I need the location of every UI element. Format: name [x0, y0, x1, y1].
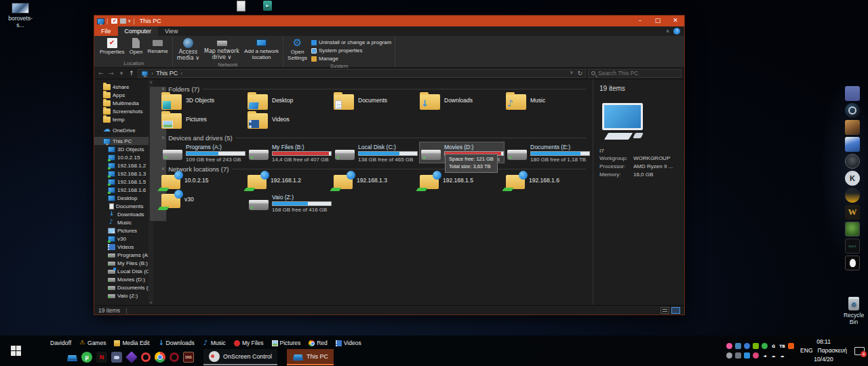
system-properties-button[interactable]: System properties — [310, 47, 393, 54]
refresh-icon[interactable]: ↻ — [577, 70, 583, 77]
nvidia-tray-icon[interactable] — [753, 343, 759, 349]
back-icon[interactable]: ← — [97, 70, 105, 77]
onedrive-cloud-2-tray-icon[interactable]: ☁ — [779, 352, 785, 359]
volume-tray-icon[interactable]: ◄ — [762, 352, 768, 359]
anydesk-tray-icon[interactable] — [744, 352, 750, 359]
sidebar-item-videos[interactable]: Videos — [94, 243, 149, 251]
forward-icon[interactable]: → — [107, 70, 115, 77]
toolbar-downloads[interactable]: Downloads — [158, 340, 195, 346]
toolbar-media-edit[interactable]: Media Edit — [114, 340, 149, 346]
scroll-up-icon[interactable]: ∧ — [149, 80, 153, 84]
minimize-button[interactable]: – — [631, 16, 649, 26]
scroll-down-icon[interactable]: ∨ — [149, 300, 153, 304]
qq-penguin-shortcut[interactable] — [845, 256, 860, 270]
game-box-art-shortcut[interactable] — [845, 120, 860, 135]
folder-tile-videos[interactable]: Videos — [248, 113, 334, 131]
game-box-art-2-shortcut[interactable] — [845, 137, 860, 152]
headset-tray-icon[interactable] — [726, 343, 732, 349]
drive-tile-vaio-z[interactable]: Vaio (Z:)168 GB free of 416 GB — [248, 192, 332, 213]
sidebar-item-v30[interactable]: v30 — [94, 235, 149, 243]
media-pink-tray-icon[interactable] — [753, 352, 759, 359]
thumbnail-view-button[interactable] — [671, 307, 680, 314]
manage-button[interactable]: Manage — [310, 55, 393, 62]
discord-shortcut[interactable] — [845, 86, 860, 101]
close-button[interactable]: ✕ — [667, 16, 684, 26]
laptop-pinned-icon[interactable] — [66, 352, 77, 363]
notification-center-icon[interactable]: 4 — [854, 347, 865, 355]
toolbar-red[interactable]: Red — [309, 340, 328, 346]
drive-tile-documents-e[interactable]: Documents (E:)180 GB free of 1,18 TB — [506, 142, 590, 163]
tab-computer[interactable]: Computer — [118, 26, 159, 36]
netflix-pinned-icon[interactable]: N — [96, 352, 107, 363]
drive-tile-my-files-b[interactable]: My Files (B:)14,4 GB free of 407 GB — [248, 142, 332, 163]
sidebar-item-3d-objects[interactable]: 3D Objects — [94, 145, 149, 153]
sidebar-item-vaio-z[interactable]: Vaio (Z:) — [94, 291, 149, 300]
breadcrumb[interactable]: This PC — [156, 70, 178, 77]
opera-pinned-icon[interactable] — [141, 352, 151, 362]
access-media-button[interactable]: Access media ∨ — [175, 37, 201, 61]
media-player-pinned-icon[interactable] — [125, 351, 138, 363]
group-header-folders[interactable]: ∨ Folders (7) — [161, 84, 593, 94]
address-dropdown-icon[interactable]: ∨ — [570, 70, 573, 77]
logitech-g-tray-icon[interactable]: G — [770, 343, 776, 349]
toolbar-games[interactable]: Games — [79, 340, 106, 346]
sidebar-item-local-disk-c[interactable]: Local Disk (C:) — [94, 267, 149, 275]
rename-button[interactable]: Rename — [145, 37, 170, 54]
search-input[interactable] — [598, 70, 678, 77]
clock[interactable]: 08:11 ENG Παρασκευή 10/4/20 — [800, 338, 847, 365]
network-tile-192-168-1-5[interactable]: 192.168.1.5 — [420, 174, 506, 192]
qat-folder-icon[interactable] — [120, 18, 126, 24]
toolbar-my-files[interactable]: My Files — [234, 340, 264, 346]
qat-customize-icon[interactable]: ∨ — [127, 18, 131, 24]
group-header-drives[interactable]: ∨ Devices and drives (5) — [161, 133, 593, 142]
tray-language[interactable]: ENG — [800, 346, 812, 355]
mount-blade-shortcut[interactable] — [845, 154, 860, 169]
tab-file[interactable]: File — [94, 26, 118, 36]
display-tray-tray-icon[interactable] — [735, 352, 741, 359]
dns-pinned-icon[interactable]: DNS — [183, 352, 194, 363]
open-settings-button[interactable]: ⚙ Open Settings — [285, 37, 309, 61]
sidebar-item-documents-e[interactable]: Documents (E:) — [94, 283, 149, 291]
desktop-shortcut-app[interactable]: ▸ — [263, 1, 272, 11]
goblin-game-shortcut[interactable] — [845, 222, 860, 237]
warcraft-shortcut[interactable]: W — [845, 205, 860, 220]
search-box[interactable] — [588, 69, 682, 78]
sidebar-item-downloads[interactable]: Downloads — [94, 210, 149, 218]
map-network-drive-button[interactable]: Map network drive ∨ — [202, 37, 241, 60]
network-tile-192-168-1-3[interactable]: 192.168.1.3 — [334, 174, 420, 192]
open-button[interactable]: Open — [127, 37, 144, 55]
sidebar-item-my-files-b[interactable]: My Files (B:) — [94, 259, 149, 267]
dark-banner-game-shortcut[interactable]: VOOT — [845, 239, 860, 253]
sidebar-item-apps[interactable]: Apps — [94, 91, 149, 99]
network-tile-10-0-2-15[interactable]: 10.0.2.15 — [161, 174, 248, 192]
sidebar-item-onedrive[interactable]: OneDrive — [94, 126, 149, 134]
toolbar-pictures[interactable]: Pictures — [272, 340, 301, 346]
toolbar-videos[interactable]: Videos — [336, 340, 361, 346]
recent-locations-icon[interactable]: ∨ — [117, 70, 125, 76]
desktop-shortcut-document[interactable] — [237, 1, 245, 12]
network-tile-192-168-1-6[interactable]: 192.168.1.6 — [506, 174, 592, 192]
maximize-button[interactable]: □ — [649, 16, 667, 26]
sidebar-item-desktop[interactable]: Desktop — [94, 194, 149, 202]
desktop-shortcut-borovets[interactable]: borovets-s... — [5, 3, 35, 28]
add-network-location-button[interactable]: Add a network location — [242, 37, 281, 60]
sidebar-item-192-168-1-5[interactable]: 192.168.1.5 — [94, 178, 149, 186]
task-button-onscreen-control[interactable]: OnScreen Control — [203, 349, 277, 365]
steam-tray-tray-icon[interactable] — [726, 352, 732, 359]
recycle-bin[interactable]: ♻ Recycle Bin — [840, 297, 868, 325]
folder-tile-pictures[interactable]: Pictures — [161, 113, 248, 131]
globe-tray-icon[interactable] — [744, 343, 750, 349]
uninstall-program-button[interactable]: Uninstall or change a program — [310, 39, 393, 46]
folder-tile-documents[interactable]: Documents — [334, 94, 420, 113]
list-view-button[interactable] — [660, 307, 669, 314]
sidebar-item-this-pc[interactable]: This PC — [94, 137, 149, 145]
nav-scrollbar[interactable]: ∧ ∨ — [149, 79, 153, 305]
sidebar-item-screenshots[interactable]: Screenshots — [94, 107, 149, 115]
thunderbolt-tb-tray-icon[interactable]: TB — [779, 343, 785, 349]
discord-app-pinned-icon[interactable] — [111, 352, 122, 363]
sidebar-item-192-168-1-2[interactable]: 192.168.1.2 — [94, 161, 149, 169]
qat-properties-icon[interactable]: ✔ — [111, 18, 117, 24]
folder-tile-music[interactable]: Music — [506, 94, 592, 113]
sidebar-item-network[interactable]: Network — [94, 302, 149, 305]
steam-shortcut[interactable] — [845, 103, 860, 118]
